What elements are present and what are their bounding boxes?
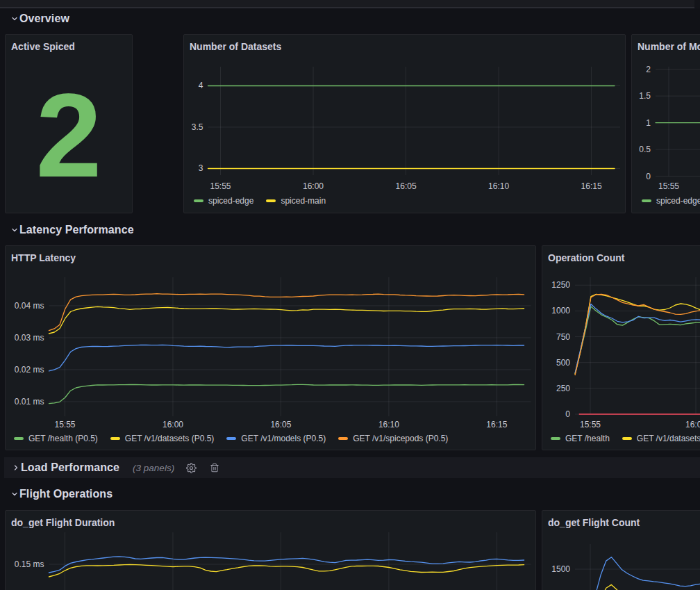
y-tick-label: 3.5 (192, 122, 203, 132)
legend-label: GET /v1/spicepods (P0.5) (353, 434, 448, 443)
row-title: Latency Performance (19, 224, 134, 236)
legend-label: GET /v1/models (P0.5) (241, 434, 326, 443)
panel-number-of-models: Number of Models 00.511.5215:5516:0016:0… (631, 34, 700, 213)
row-title: Overview (19, 13, 69, 25)
x-tick-label: 16:10 (378, 420, 399, 429)
gear-icon[interactable] (185, 462, 197, 473)
operation-count-chart[interactable]: 02505007501000125015:5516:0016:0516:10GE… (542, 246, 700, 450)
legend-swatch-icon (110, 437, 120, 440)
stat-value: 2 (6, 65, 132, 206)
legend-item[interactable]: spiced-edge (194, 196, 253, 206)
y-tick-label: 1250 (551, 280, 570, 290)
y-tick-label: 4 (199, 81, 203, 90)
top-toolbar-edge (0, 0, 700, 8)
legend-item[interactable]: GET /v1/datasets (P0.5) (110, 434, 215, 443)
legend-label: GET /health (565, 434, 610, 443)
y-tick-label: 0.02 ms (15, 365, 44, 375)
chart-legend: GET /healthGET /v1/datasets (551, 434, 700, 443)
legend-swatch-icon (338, 437, 348, 440)
trash-icon[interactable] (209, 462, 220, 473)
y-tick-label: 1 (646, 118, 651, 128)
panel-do-get-flight-duration: do_get Flight Duration 0.15 ms15:5516:00… (5, 510, 536, 590)
legend-label: spiced-edge (656, 196, 700, 206)
do-get-flight-duration-chart[interactable]: 0.15 ms15:5516:0016:0516:1016:15 (6, 511, 535, 590)
grafana-dashboard: {"app":{"kind":"grafana-dashboard","them… (0, 0, 700, 590)
legend-item[interactable]: GET /v1/spicepods (P0.5) (338, 434, 448, 443)
y-tick-label: 2 (646, 65, 651, 74)
legend-item[interactable]: spiced-main (266, 196, 326, 206)
x-tick-label: 15:55 (54, 420, 75, 429)
legend-item[interactable]: spiced-edge (642, 196, 700, 206)
panel-operation-count: Operation Count 02505007501000125015:551… (542, 245, 700, 450)
x-tick-label: 16:15 (581, 181, 602, 191)
legend-swatch-icon (194, 199, 203, 202)
y-tick-label: 750 (556, 332, 570, 342)
legend-item[interactable]: GET /health (P0.5) (14, 434, 98, 443)
y-tick-label: 0.01 ms (15, 397, 44, 407)
http-latency-chart[interactable]: 0.01 ms0.02 ms0.03 ms0.04 ms15:5516:0016… (6, 246, 535, 450)
row-panel-count: (3 panels) (133, 463, 174, 473)
panel-http-latency: HTTP Latency 0.01 ms0.02 ms0.03 ms0.04 m… (5, 245, 536, 450)
do-get-flight-count-chart[interactable]: 150015:5516:05 (542, 511, 700, 590)
series-line (49, 345, 524, 370)
chart-legend: spiced-edge (642, 196, 700, 206)
legend-item[interactable]: GET /v1/datasets (622, 434, 700, 443)
x-tick-label: 16:00 (303, 181, 324, 191)
y-tick-label: 0 (646, 172, 651, 181)
y-tick-label: 0.04 ms (15, 301, 44, 311)
legend-label: spiced-main (281, 196, 326, 206)
chevron-right-icon (11, 464, 20, 473)
row-header-flight-operations[interactable]: Flight Operations (10, 486, 112, 501)
x-tick-label: 16:05 (396, 181, 417, 191)
number-of-datasets-chart[interactable]: 33.5415:5516:0016:0516:1016:15spiced-edg… (184, 35, 625, 213)
x-tick-label: 16:10 (488, 181, 509, 191)
series-line (49, 306, 524, 334)
panel-active-spiced: Active Spiced 2 (5, 34, 133, 213)
chart-canvas: 33.5415:5516:0016:0516:1016:15 (184, 35, 625, 213)
chart-canvas: 0.01 ms0.02 ms0.03 ms0.04 ms15:5516:0016… (6, 246, 535, 450)
panel-number-of-datasets: Number of Datasets 33.5415:5516:0016:051… (183, 34, 626, 213)
series-line (580, 557, 700, 590)
series-line (49, 294, 524, 331)
number-of-models-chart[interactable]: 00.511.5215:5516:0016:05spiced-edge (632, 35, 700, 213)
chart-canvas: 00.511.5215:5516:0016:05 (632, 35, 700, 213)
legend-label: GET /v1/datasets (637, 434, 700, 443)
row-title: Flight Operations (19, 488, 112, 500)
legend-label: GET /health (P0.5) (28, 434, 98, 443)
y-tick-label: 0.15 ms (15, 559, 44, 569)
row-header-latency-performance[interactable]: Latency Performance (10, 222, 134, 237)
x-tick-label: 15:55 (580, 420, 601, 429)
x-tick-label: 16:00 (685, 420, 700, 429)
y-tick-label: 1.5 (639, 91, 651, 101)
x-tick-label: 16:15 (486, 420, 507, 429)
panel-title[interactable]: Active Spiced (11, 41, 75, 52)
y-tick-label: 500 (556, 358, 570, 368)
chart-legend: spiced-edgespiced-main (194, 196, 326, 206)
x-tick-label: 15:55 (658, 181, 679, 191)
row-header-load-performance[interactable]: Load Performance (3 panels) (4, 457, 700, 478)
x-tick-label: 16:05 (270, 420, 291, 429)
row-header-overview[interactable]: Overview (10, 11, 69, 26)
y-tick-label: 1500 (551, 564, 570, 574)
x-tick-label: 15:55 (210, 181, 231, 191)
legend-item[interactable]: GET /health (551, 434, 610, 443)
legend-swatch-icon (14, 437, 24, 440)
top-toolbar-corner (694, 0, 700, 8)
y-tick-label: 0.5 (639, 145, 651, 154)
x-tick-label: 16:00 (162, 420, 183, 429)
y-tick-label: 3 (199, 163, 203, 173)
legend-label: GET /v1/datasets (P0.5) (125, 434, 215, 443)
chart-canvas: 150015:5516:05 (542, 511, 700, 590)
legend-swatch-icon (622, 437, 632, 440)
series-line (49, 384, 524, 403)
legend-item[interactable]: GET /v1/models (P0.5) (226, 434, 326, 443)
chart-canvas: 0.15 ms15:5516:0016:0516:1016:15 (6, 511, 535, 590)
legend-swatch-icon (226, 437, 236, 440)
series-line (49, 564, 524, 577)
legend-swatch-icon (266, 199, 276, 202)
legend-swatch-icon (551, 437, 560, 440)
chevron-down-icon (10, 489, 19, 498)
chart-canvas: 02505007501000125015:5516:0016:0516:10 (542, 246, 700, 450)
y-tick-label: 0.03 ms (15, 333, 44, 343)
legend-swatch-icon (642, 199, 651, 202)
